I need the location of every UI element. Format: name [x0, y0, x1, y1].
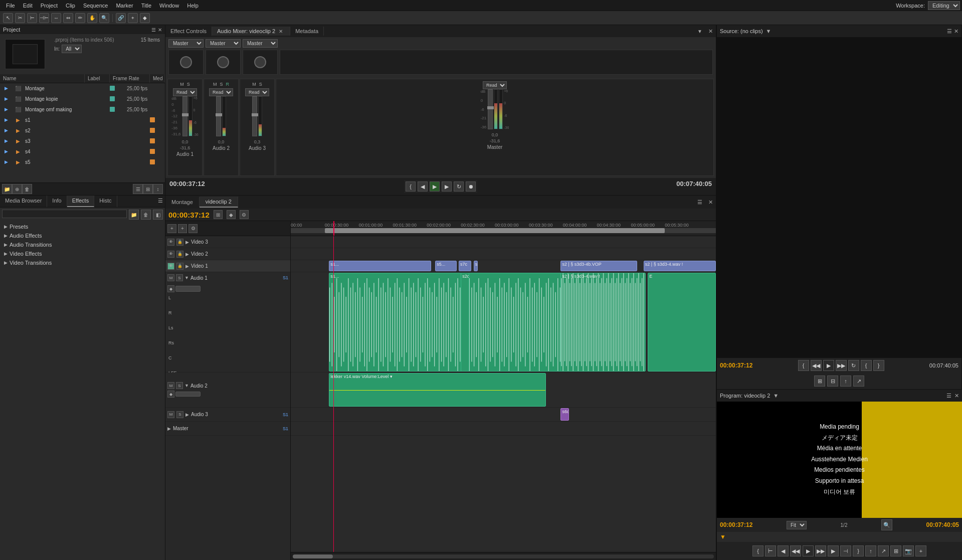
prog-fwd-btn[interactable]: ▶▶ — [815, 545, 826, 556]
timeline-scroll-indicator[interactable] — [291, 228, 716, 233]
prog-step-back-btn[interactable]: ◀ — [778, 545, 789, 556]
audio1-keyframe-btn[interactable]: ◆ — [167, 285, 174, 292]
mixer-bus-select-1[interactable]: Master — [168, 39, 204, 48]
menu-help[interactable]: Help — [183, 2, 203, 10]
project-new-folder-btn[interactable]: 📁 — [2, 184, 12, 194]
eq-knob-1[interactable] — [180, 56, 192, 68]
timeline-close-btn[interactable]: ✕ — [705, 198, 716, 207]
program-close-btn[interactable]: ✕ — [954, 393, 959, 399]
ch1-m-btn[interactable]: M — [179, 81, 185, 87]
prog-match-btn[interactable]: ⊞ — [890, 545, 901, 556]
table-row[interactable]: ▶ ⬛ Montage kopie 25,00 fps — [0, 94, 165, 104]
ch3-fader[interactable] — [252, 96, 257, 136]
mixer-record-btn[interactable]: ⏺ — [466, 181, 476, 192]
master-fader[interactable] — [488, 89, 493, 129]
audio2-clip[interactable]: lekker v14.wav Volume:Level ▾ — [329, 373, 545, 407]
workspace-select[interactable]: Editing — [928, 1, 960, 10]
track-lock-video3[interactable]: 🔒 — [176, 239, 183, 246]
mixer-bus-select-2[interactable]: Master — [206, 39, 241, 48]
toolbar-btn-roll[interactable]: ⊣⊢ — [39, 13, 49, 23]
tab-metadata[interactable]: Metadata — [290, 27, 324, 36]
effects-toggle-btn[interactable]: ◧ — [153, 210, 163, 220]
track-content-audio1[interactable]: s1... — [291, 272, 716, 372]
mixer-step-fwd-btn[interactable]: ▶ — [442, 181, 452, 192]
ch3-m-btn[interactable]: M — [251, 81, 257, 87]
mixer-step-in-btn[interactable]: { — [406, 181, 416, 192]
audio2-keyframe-btn[interactable]: ◆ — [167, 391, 174, 398]
tab-effect-controls[interactable]: Effect Controls — [165, 27, 212, 36]
timeline-tab-montage[interactable]: Montage — [165, 197, 200, 207]
prog-extract-btn[interactable]: ↗ — [878, 545, 889, 556]
project-delete-btn[interactable]: 🗑 — [22, 184, 32, 194]
add-audio-track-btn[interactable]: + — [178, 224, 187, 233]
track-solo-audio3[interactable]: S — [176, 411, 183, 418]
track-settings-btn[interactable]: ⚙ — [188, 224, 198, 233]
effects-cat-audio-transitions[interactable]: ▶ Audio Transitions — [2, 240, 163, 249]
menu-clip[interactable]: Clip — [62, 2, 79, 10]
eq-box-3[interactable] — [243, 50, 278, 75]
ch2-s-btn[interactable]: S — [219, 81, 224, 87]
audio3-s6d-clip[interactable]: s6d — [560, 408, 569, 421]
th-fps[interactable]: Frame Rate — [110, 74, 150, 83]
track-mute-audio1[interactable]: M — [167, 274, 174, 281]
toolbar-btn-hand[interactable]: ✋ — [87, 13, 97, 23]
ch3-fader-handle[interactable] — [252, 113, 259, 116]
toolbar-btn-slide[interactable]: ⇔ — [63, 13, 73, 23]
prog-lift-btn[interactable]: ↑ — [865, 545, 876, 556]
project-new-item-btn[interactable]: ⊕ — [12, 184, 22, 194]
timeline-scroll-thumb[interactable] — [325, 228, 665, 233]
toolbar-btn-marker[interactable]: ◆ — [140, 13, 150, 23]
ch2-m-btn[interactable]: M — [212, 81, 218, 87]
ch3-read-select[interactable]: Read — [245, 88, 269, 96]
table-row[interactable]: ▶ ⬛ Montage omf making 25,00 fps — [0, 104, 165, 115]
table-row[interactable]: ▶ ▶ s4 — [0, 146, 165, 157]
video-clip-s1[interactable]: s1... — [329, 261, 431, 271]
audio1-main-clip[interactable]: s1... — [329, 273, 562, 371]
prog-mark-in-btn[interactable]: { — [752, 545, 763, 556]
top-center-close-btn[interactable]: ✕ — [705, 27, 716, 36]
prog-go-out-btn[interactable]: ⊣ — [840, 545, 851, 556]
audio2-volume-slider[interactable] — [175, 392, 201, 397]
source-menu-btn[interactable]: ☰ — [947, 28, 952, 35]
master-expand[interactable]: ▶ — [167, 426, 171, 431]
source-fwd-btn[interactable]: ▶▶ — [836, 360, 847, 371]
project-close-btn[interactable]: ✕ — [158, 27, 162, 33]
effects-new-folder-btn[interactable]: 📁 — [129, 210, 139, 220]
table-row[interactable]: ▶ ▶ s2 — [0, 125, 165, 136]
source-play-btn[interactable]: ▶ — [823, 360, 834, 371]
toolbar-btn-snap[interactable]: ⌖ — [128, 13, 138, 23]
tl-marker-btn[interactable]: ◆ — [227, 210, 236, 219]
eq-box-2[interactable] — [206, 50, 241, 75]
ruler-playhead[interactable] — [333, 221, 334, 236]
video1-expand[interactable]: ▶ — [185, 264, 189, 269]
prog-back-btn[interactable]: ◀◀ — [790, 545, 801, 556]
audio-mixer-close-btn[interactable]: ✕ — [277, 29, 285, 34]
effects-cat-video-transitions[interactable]: ▶ Video Transitions — [2, 258, 163, 267]
master-read-select[interactable]: Read — [483, 81, 507, 89]
menu-window[interactable]: Window — [155, 2, 183, 10]
track-content-video1[interactable]: s1... s5... s7c s2d — [291, 260, 716, 272]
video-clip-s7c[interactable]: s7c — [459, 261, 471, 271]
menu-file[interactable]: File — [2, 2, 19, 10]
prog-go-in-btn[interactable]: ⊢ — [765, 545, 776, 556]
eq-knob-3[interactable] — [254, 56, 266, 68]
effects-cat-video-effects[interactable]: ▶ Video Effects — [2, 249, 163, 258]
menu-title[interactable]: Title — [137, 2, 155, 10]
menu-marker[interactable]: Marker — [112, 2, 137, 10]
video-clip-s5[interactable]: s5... — [435, 261, 456, 271]
ch2-fader[interactable] — [216, 96, 221, 136]
toolbar-btn-pen[interactable]: ✏ — [75, 13, 85, 23]
project-list-view-btn[interactable]: ☰ — [133, 184, 143, 194]
prog-camera-btn[interactable]: 📷 — [903, 545, 914, 556]
effects-search-input[interactable] — [2, 210, 127, 218]
tab-effects[interactable]: Effects — [67, 196, 94, 207]
timeline-playhead[interactable] — [333, 236, 334, 552]
video-clip-s2d[interactable]: s2d — [474, 261, 478, 271]
prog-mark-out-btn[interactable]: } — [853, 545, 864, 556]
source-extract-btn[interactable]: ↗ — [853, 376, 864, 387]
menu-sequence[interactable]: Sequence — [79, 2, 112, 10]
eq-box-1[interactable] — [168, 50, 204, 75]
source-step-in-btn[interactable]: { — [798, 360, 809, 371]
track-toggle-video2[interactable]: 👁 — [167, 251, 174, 258]
project-icon-view-btn[interactable]: ⊞ — [143, 184, 153, 194]
